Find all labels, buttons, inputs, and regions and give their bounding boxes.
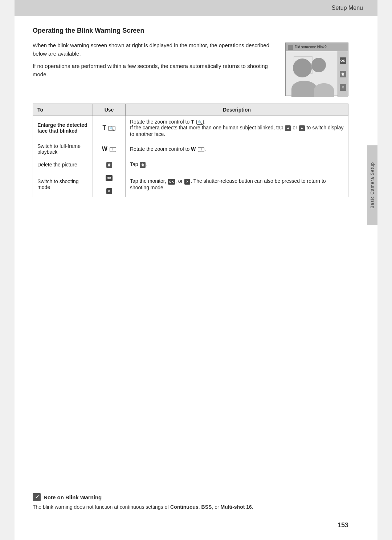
intro-text: When the blink warning screen shown at r… — [33, 41, 278, 96]
col-header-desc: Description — [126, 104, 348, 116]
row3-desc: Tap 🗑. — [126, 158, 348, 171]
section-heading: Operating the Blink Warning Screen — [33, 27, 348, 35]
note-suffix: . — [252, 504, 253, 510]
note-text: The blink warning does not function at c… — [33, 503, 348, 511]
col-header-to: To — [33, 104, 93, 116]
note-section: ✓ Note on Blink Warning The blink warnin… — [33, 493, 348, 511]
row4-desc: Tap the monitor, OK, or ✕. The shutter-r… — [126, 171, 348, 197]
note-mid2: , or — [212, 504, 220, 510]
note-icon: ✓ — [33, 493, 41, 501]
row2-use: W ⋮ — [93, 140, 126, 158]
row1-to: Enlarge the detected face that blinked — [33, 116, 93, 140]
cam-btn-del: 🗑 — [340, 71, 346, 77]
ok-icon: OK — [106, 175, 113, 181]
note-title: Note on Blink Warning — [44, 494, 102, 500]
face-circle-medium — [311, 58, 326, 72]
sidebar-label: Basic Camera Setup — [370, 162, 375, 209]
t-icon-inline: 🔍 — [196, 120, 204, 125]
blink-question: Did someone blink? — [295, 45, 327, 49]
row2-desc: Rotate the zoom control to W ⋮. — [126, 140, 348, 158]
intro-area: When the blink warning screen shown at r… — [33, 41, 348, 96]
table-row: Switch to shooting mode OK Tap the monit… — [33, 171, 348, 184]
btn-next-icon: ► — [299, 125, 305, 131]
w-icon-inline: ⋮ — [198, 147, 204, 152]
intro-para1: When the blink warning screen shown at r… — [33, 41, 278, 58]
trash-icon-inline: 🗑 — [140, 162, 146, 168]
header-bar: Setup Menu — [15, 0, 377, 16]
x-icon: ✕ — [106, 188, 112, 194]
table-row: Enlarge the detected face that blinked T… — [33, 116, 348, 140]
main-content: Operating the Blink Warning Screen When … — [15, 16, 377, 212]
cam-btn-ok: OK — [340, 57, 346, 64]
camera-body: OK 🗑 ✕ — [286, 51, 348, 97]
operations-table: To Use Description Enlarge the detected … — [33, 104, 348, 197]
camera-icon — [288, 45, 293, 50]
row1-use: T 🔍 — [93, 116, 126, 140]
row2-to: Switch to full-frame playback — [33, 140, 93, 158]
note-mid1: , — [199, 504, 201, 510]
camera-top-bar: Did someone blink? — [286, 43, 348, 51]
face-body-secondary — [314, 83, 334, 97]
x-icon-inline: ✕ — [184, 179, 190, 185]
row4-use-x: ✕ — [93, 184, 126, 197]
note-bold2: BSS — [201, 504, 212, 510]
row3-use: 🗑 — [93, 158, 126, 171]
row4-to: Switch to shooting mode — [33, 171, 93, 197]
note-bold1: Continuous — [170, 504, 199, 510]
camera-buttons: OK 🗑 ✕ — [338, 51, 348, 97]
camera-faces — [286, 51, 338, 97]
page: Setup Menu Basic Camera Setup Operating … — [15, 0, 377, 540]
row3-to: Delete the picture — [33, 158, 93, 171]
page-number: 153 — [338, 521, 348, 529]
note-bold3: Multi-shot 16 — [220, 504, 252, 510]
zoom-icon-w: ⋮ — [110, 147, 116, 152]
cam-btn-x: ✕ — [340, 84, 346, 91]
table-row: Switch to full-frame playback W ⋮ Rotate… — [33, 140, 348, 158]
ok-icon-inline: OK — [168, 179, 175, 185]
intro-para2: If no operations are performed within a … — [33, 62, 278, 79]
sidebar-tab: Basic Camera Setup — [367, 145, 377, 225]
header-title: Setup Menu — [332, 5, 363, 11]
btn-prev-icon: ◄ — [285, 125, 291, 131]
w-zoom-label: W — [102, 146, 107, 152]
table-row: Delete the picture 🗑 Tap 🗑. — [33, 158, 348, 171]
t-zoom-label: T — [103, 125, 106, 131]
face-body-main — [291, 81, 317, 97]
row4-use-ok: OK — [93, 171, 126, 184]
col-header-use: Use — [93, 104, 126, 116]
note-text-prefix: The blink warning does not function at c… — [33, 504, 170, 510]
face-circle-large — [293, 59, 312, 77]
row1-desc: Rotate the zoom control to T 🔍. If the c… — [126, 116, 348, 140]
zoom-icon-t: 🔍 — [108, 126, 115, 131]
note-header: ✓ Note on Blink Warning — [33, 493, 348, 501]
camera-screen: Did someone blink? OK 🗑 ✕ — [285, 43, 348, 96]
trash-icon: 🗑 — [106, 162, 112, 168]
